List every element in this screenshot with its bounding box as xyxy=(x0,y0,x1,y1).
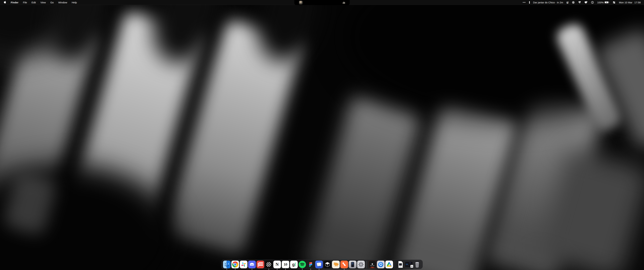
raycast-label: raycast xyxy=(370,265,374,266)
raycast-diamond xyxy=(372,263,373,265)
sunburst-icon[interactable] xyxy=(572,1,575,4)
dock-item-minimized-window[interactable]: 11 xyxy=(405,260,413,268)
cursor-shape-icon[interactable] xyxy=(578,1,581,4)
now-playing-artwork[interactable] xyxy=(299,1,302,4)
granola-letter: g xyxy=(292,262,295,267)
dock-icon-blue-cards-app[interactable] xyxy=(315,260,323,268)
battery-status[interactable]: 100% xyxy=(597,1,609,4)
overflow-menu-icon[interactable]: ••• xyxy=(523,1,526,4)
dock-icon-postman[interactable] xyxy=(340,260,348,268)
linear-striped-sphere xyxy=(266,262,271,267)
dock-icon-trash[interactable] xyxy=(414,260,421,268)
menubar-clock[interactable]: Mon 10 Mar 17:58 xyxy=(619,1,641,4)
wallpaper xyxy=(0,0,644,270)
dock-icon-notion-calendar[interactable]: 10 xyxy=(282,260,290,268)
control-center-icon[interactable] xyxy=(613,1,616,4)
dock-icon-postgres[interactable] xyxy=(332,260,340,268)
dock: N 10 g xyxy=(221,259,423,269)
menu-item-go[interactable]: Go xyxy=(50,1,54,4)
blue-app-card xyxy=(318,262,321,266)
dock-icon-iphone-mirroring[interactable] xyxy=(349,260,356,268)
dock-icon-granola[interactable]: g xyxy=(290,260,298,268)
dock-separator xyxy=(366,261,367,268)
dock-icon-system-settings[interactable] xyxy=(357,260,365,268)
dock-icon-todoist[interactable] xyxy=(256,260,264,268)
iphone-shape xyxy=(351,262,354,267)
dock-icon-google-drive[interactable] xyxy=(385,260,393,268)
dock-icon-chrome[interactable] xyxy=(232,260,239,268)
dock-item-document-file[interactable] xyxy=(397,260,404,268)
calendar-day-number: 10 xyxy=(284,262,287,266)
reminder-text[interactable]: Dar jantar do Chico · in 2m xyxy=(533,1,563,4)
menu-item-view[interactable]: View xyxy=(40,1,46,4)
dock-icon-spotify[interactable] xyxy=(298,260,306,268)
dock-icon-raycast[interactable]: raycast xyxy=(368,260,376,268)
granola-caret xyxy=(295,262,296,266)
battery-icon xyxy=(604,1,609,4)
onepassword-circle xyxy=(378,262,384,267)
clock-time: 17:58 xyxy=(634,1,641,4)
dock-icon-discord[interactable] xyxy=(248,260,256,268)
dock-separator xyxy=(394,261,395,268)
audio-equalizer-icon xyxy=(343,2,345,4)
menu-item-finder[interactable]: Finder xyxy=(11,1,18,4)
menu-item-file[interactable]: File xyxy=(23,1,27,4)
notion-letter: N xyxy=(276,262,279,267)
dock-icon-notion[interactable]: N xyxy=(273,260,281,268)
apple-menu-icon[interactable] xyxy=(4,1,6,4)
figma-logo xyxy=(309,262,312,267)
clock-date: Mon 10 Mar xyxy=(619,1,632,4)
menu-item-edit[interactable]: Edit xyxy=(32,1,36,4)
minimized-window-app-badge: 11 xyxy=(410,265,414,268)
dock-icon-slack[interactable] xyxy=(240,260,248,268)
battery-percent-label: 100% xyxy=(597,1,604,4)
raycast-glow xyxy=(369,266,375,268)
onepassword-menubar-icon[interactable] xyxy=(591,1,594,4)
menu-item-window[interactable]: Window xyxy=(58,1,67,4)
dock-icon-linear[interactable] xyxy=(265,260,273,268)
dock-icon-figma[interactable] xyxy=(307,260,314,268)
display-mirroring-icon[interactable] xyxy=(584,1,588,4)
dock-icon-1password[interactable] xyxy=(377,260,384,268)
macos-desktop: Finder File Edit View Go Window Help •••… xyxy=(0,0,644,270)
dock-icon-finder[interactable] xyxy=(223,260,231,268)
notch-media-widget[interactable] xyxy=(294,0,350,5)
minimized-window-thumbnail[interactable]: 11 xyxy=(405,261,413,267)
dock-icon-cube-3d-app[interactable] xyxy=(324,260,332,268)
reminder-bar-icon xyxy=(529,1,530,4)
granola-menubar-icon[interactable]: g xyxy=(566,1,568,4)
menu-item-help[interactable]: Help xyxy=(72,1,77,4)
